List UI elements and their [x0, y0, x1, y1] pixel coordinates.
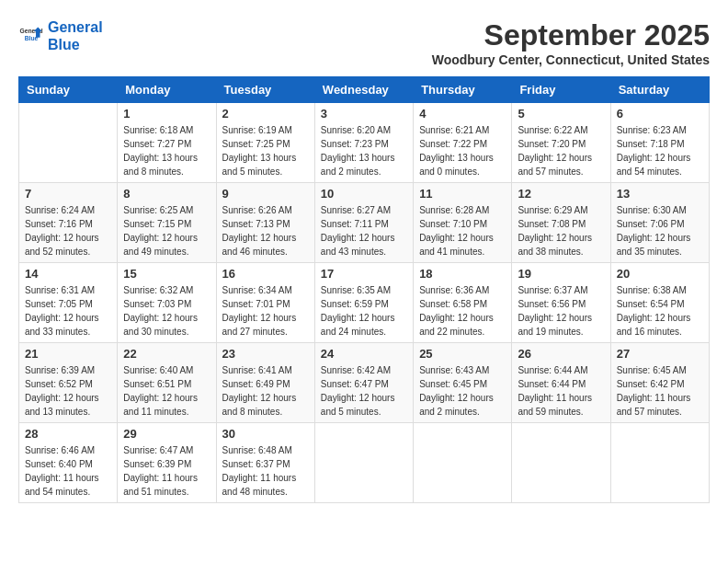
calendar-cell: 25Sunrise: 6:43 AMSunset: 6:45 PMDayligh… [414, 343, 512, 423]
day-number: 15 [123, 267, 210, 281]
day-number: 19 [518, 267, 604, 281]
day-info: Sunrise: 6:25 AMSunset: 7:15 PMDaylight:… [123, 203, 210, 259]
calendar-week-row: 21Sunrise: 6:39 AMSunset: 6:52 PMDayligh… [19, 343, 710, 423]
day-number: 25 [419, 347, 506, 361]
calendar-cell [414, 423, 512, 503]
calendar-cell: 14Sunrise: 6:31 AMSunset: 7:05 PMDayligh… [19, 263, 118, 343]
day-number: 13 [617, 187, 703, 201]
day-number: 18 [419, 267, 506, 281]
calendar-cell: 19Sunrise: 6:37 AMSunset: 6:56 PMDayligh… [512, 263, 610, 343]
calendar-week-row: 14Sunrise: 6:31 AMSunset: 7:05 PMDayligh… [19, 263, 710, 343]
day-number: 5 [518, 107, 604, 121]
calendar-cell: 28Sunrise: 6:46 AMSunset: 6:40 PMDayligh… [19, 423, 118, 503]
calendar-cell: 29Sunrise: 6:47 AMSunset: 6:39 PMDayligh… [118, 423, 216, 503]
day-number: 7 [25, 187, 111, 201]
calendar-cell: 23Sunrise: 6:41 AMSunset: 6:49 PMDayligh… [216, 343, 314, 423]
location: Woodbury Center, Connecticut, United Sta… [432, 52, 710, 67]
calendar-cell: 12Sunrise: 6:29 AMSunset: 7:08 PMDayligh… [512, 183, 610, 263]
day-number: 29 [123, 427, 210, 441]
day-info: Sunrise: 6:26 AMSunset: 7:13 PMDaylight:… [222, 203, 309, 259]
title-block: September 2025 Woodbury Center, Connecti… [432, 18, 710, 67]
day-info: Sunrise: 6:45 AMSunset: 6:42 PMDaylight:… [617, 363, 703, 419]
calendar-header-friday: Friday [512, 77, 610, 103]
day-info: Sunrise: 6:46 AMSunset: 6:40 PMDaylight:… [25, 443, 111, 499]
day-number: 4 [419, 107, 506, 121]
day-info: Sunrise: 6:44 AMSunset: 6:44 PMDaylight:… [518, 363, 604, 419]
day-info: Sunrise: 6:47 AMSunset: 6:39 PMDaylight:… [123, 443, 210, 499]
day-number: 21 [25, 347, 111, 361]
calendar-week-row: 7Sunrise: 6:24 AMSunset: 7:16 PMDaylight… [19, 183, 710, 263]
day-number: 6 [617, 107, 703, 121]
calendar-week-row: 28Sunrise: 6:46 AMSunset: 6:40 PMDayligh… [19, 423, 710, 503]
calendar-cell: 15Sunrise: 6:32 AMSunset: 7:03 PMDayligh… [118, 263, 216, 343]
day-info: Sunrise: 6:21 AMSunset: 7:22 PMDaylight:… [419, 123, 506, 178]
day-number: 23 [222, 347, 309, 361]
calendar-cell: 16Sunrise: 6:34 AMSunset: 7:01 PMDayligh… [216, 263, 314, 343]
calendar-cell: 5Sunrise: 6:22 AMSunset: 7:20 PMDaylight… [512, 103, 610, 183]
day-number: 3 [321, 107, 407, 121]
day-info: Sunrise: 6:18 AMSunset: 7:27 PMDaylight:… [123, 123, 210, 178]
calendar-cell [610, 423, 709, 503]
day-number: 1 [123, 107, 210, 121]
day-info: Sunrise: 6:48 AMSunset: 6:37 PMDaylight:… [222, 443, 309, 499]
calendar-header-saturday: Saturday [610, 77, 709, 103]
logo: GeneralBlue GeneralBlue [18, 18, 103, 53]
day-info: Sunrise: 6:42 AMSunset: 6:47 PMDaylight:… [321, 363, 407, 419]
calendar-cell: 10Sunrise: 6:27 AMSunset: 7:11 PMDayligh… [314, 183, 413, 263]
day-number: 26 [518, 347, 604, 361]
day-info: Sunrise: 6:36 AMSunset: 6:58 PMDaylight:… [419, 283, 506, 339]
day-number: 28 [25, 427, 111, 441]
day-info: Sunrise: 6:31 AMSunset: 7:05 PMDaylight:… [25, 283, 111, 339]
calendar-cell [19, 103, 118, 183]
logo-text: GeneralBlue [48, 18, 103, 53]
calendar-header-sunday: Sunday [19, 77, 118, 103]
day-info: Sunrise: 6:37 AMSunset: 6:56 PMDaylight:… [518, 283, 604, 339]
calendar-cell: 11Sunrise: 6:28 AMSunset: 7:10 PMDayligh… [414, 183, 512, 263]
day-number: 10 [321, 187, 407, 201]
day-number: 2 [222, 107, 309, 121]
calendar-header-monday: Monday [118, 77, 216, 103]
page-header: GeneralBlue GeneralBlue September 2025 W… [18, 18, 710, 67]
calendar-cell: 18Sunrise: 6:36 AMSunset: 6:58 PMDayligh… [414, 263, 512, 343]
day-number: 30 [222, 427, 309, 441]
day-info: Sunrise: 6:41 AMSunset: 6:49 PMDaylight:… [222, 363, 309, 419]
calendar-week-row: 1Sunrise: 6:18 AMSunset: 7:27 PMDaylight… [19, 103, 710, 183]
calendar-cell: 13Sunrise: 6:30 AMSunset: 7:06 PMDayligh… [610, 183, 709, 263]
day-info: Sunrise: 6:40 AMSunset: 6:51 PMDaylight:… [123, 363, 210, 419]
month-title: September 2025 [432, 18, 710, 52]
calendar-header-row: SundayMondayTuesdayWednesdayThursdayFrid… [19, 77, 710, 103]
calendar-header-wednesday: Wednesday [314, 77, 413, 103]
calendar-cell: 17Sunrise: 6:35 AMSunset: 6:59 PMDayligh… [314, 263, 413, 343]
day-info: Sunrise: 6:30 AMSunset: 7:06 PMDaylight:… [617, 203, 703, 259]
day-number: 14 [25, 267, 111, 281]
calendar-header-thursday: Thursday [414, 77, 512, 103]
day-number: 11 [419, 187, 506, 201]
calendar-cell: 2Sunrise: 6:19 AMSunset: 7:25 PMDaylight… [216, 103, 314, 183]
day-number: 8 [123, 187, 210, 201]
day-info: Sunrise: 6:19 AMSunset: 7:25 PMDaylight:… [222, 123, 309, 178]
calendar-cell: 8Sunrise: 6:25 AMSunset: 7:15 PMDaylight… [118, 183, 216, 263]
day-info: Sunrise: 6:34 AMSunset: 7:01 PMDaylight:… [222, 283, 309, 339]
calendar-cell [314, 423, 413, 503]
day-info: Sunrise: 6:38 AMSunset: 6:54 PMDaylight:… [617, 283, 703, 339]
day-number: 16 [222, 267, 309, 281]
day-info: Sunrise: 6:43 AMSunset: 6:45 PMDaylight:… [419, 363, 506, 419]
calendar-cell: 4Sunrise: 6:21 AMSunset: 7:22 PMDaylight… [414, 103, 512, 183]
day-number: 22 [123, 347, 210, 361]
day-info: Sunrise: 6:39 AMSunset: 6:52 PMDaylight:… [25, 363, 111, 419]
day-info: Sunrise: 6:23 AMSunset: 7:18 PMDaylight:… [617, 123, 703, 178]
calendar-cell: 22Sunrise: 6:40 AMSunset: 6:51 PMDayligh… [118, 343, 216, 423]
day-info: Sunrise: 6:27 AMSunset: 7:11 PMDaylight:… [321, 203, 407, 259]
day-info: Sunrise: 6:35 AMSunset: 6:59 PMDaylight:… [321, 283, 407, 339]
calendar-cell [512, 423, 610, 503]
logo-icon: GeneralBlue [18, 23, 44, 49]
day-info: Sunrise: 6:29 AMSunset: 7:08 PMDaylight:… [518, 203, 604, 259]
calendar-header-tuesday: Tuesday [216, 77, 314, 103]
day-number: 12 [518, 187, 604, 201]
calendar-cell: 6Sunrise: 6:23 AMSunset: 7:18 PMDaylight… [610, 103, 709, 183]
calendar-cell: 24Sunrise: 6:42 AMSunset: 6:47 PMDayligh… [314, 343, 413, 423]
calendar-cell: 3Sunrise: 6:20 AMSunset: 7:23 PMDaylight… [314, 103, 413, 183]
calendar-cell: 27Sunrise: 6:45 AMSunset: 6:42 PMDayligh… [610, 343, 709, 423]
day-number: 27 [617, 347, 703, 361]
day-number: 24 [321, 347, 407, 361]
